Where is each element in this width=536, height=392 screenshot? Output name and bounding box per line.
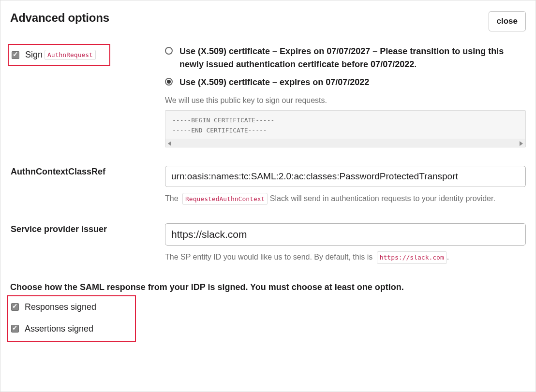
sign-authn-label[interactable]: Sign AuthnRequest — [12, 50, 96, 60]
responses-signed-checkbox[interactable] — [11, 303, 19, 311]
sp-issuer-label: Service provider issuer — [11, 224, 107, 234]
cert-text-1: Use (X.509) certificate – Expires on 07/… — [179, 45, 526, 71]
requested-authn-context-code: RequestedAuthnContext — [182, 193, 268, 205]
authn-context-label: AuthnContextClassRef — [11, 167, 105, 176]
authn-context-input[interactable] — [165, 166, 526, 187]
certificate-content: -----BEGIN CERTIFICATE----- -----END CER… — [165, 111, 525, 139]
cert-radio-1[interactable] — [165, 47, 173, 55]
assertions-signed-checkbox[interactable] — [11, 325, 19, 333]
sign-help-text: We will use this public key to sign our … — [165, 95, 526, 106]
close-button[interactable]: close — [489, 11, 526, 31]
sp-issuer-code: https://slack.com — [377, 251, 447, 264]
assertions-signed-text: Assertions signed — [25, 324, 93, 334]
certificate-scrollbar[interactable] — [165, 139, 525, 147]
sign-authn-highlight: Sign AuthnRequest — [8, 44, 110, 66]
sign-authn-checkbox[interactable] — [12, 51, 19, 59]
signing-highlight: Responses signed Assertions signed — [7, 295, 136, 342]
authn-context-help: The RequestedAuthnContext Slack will sen… — [165, 193, 526, 205]
sign-authn-text: Sign — [25, 50, 43, 60]
responses-signed-text: Responses signed — [25, 302, 96, 312]
page-title: Advanced options — [10, 11, 109, 25]
panel-header: Advanced options close — [10, 11, 526, 31]
assertions-signed-label[interactable]: Assertions signed — [11, 324, 93, 334]
assertions-signed-row: Assertions signed — [11, 324, 96, 334]
cert-option-2: Use (X.509) certificate – expires on 07/… — [165, 76, 526, 89]
authn-request-code: AuthnRequest — [45, 50, 96, 60]
saml-signing-heading: Choose how the SAML response from your I… — [10, 282, 526, 292]
authn-context-row: AuthnContextClassRef The RequestedAuthnC… — [10, 166, 526, 205]
cert-text-2: Use (X.509) certificate – expires on 07/… — [179, 76, 369, 89]
sp-issuer-row: Service provider issuer The SP entity ID… — [10, 223, 526, 264]
responses-signed-label[interactable]: Responses signed — [11, 302, 96, 312]
cert-radio-2[interactable] — [165, 78, 173, 86]
advanced-options-panel: Advanced options close Sign AuthnRequest… — [0, 0, 536, 392]
responses-signed-row: Responses signed — [11, 302, 96, 312]
sign-authn-request-row: Sign AuthnRequest Use (X.509) certificat… — [10, 45, 526, 147]
sp-issuer-help: The SP entity ID you would like us to se… — [165, 251, 526, 264]
cert-option-1: Use (X.509) certificate – Expires on 07/… — [165, 45, 526, 71]
certificate-textarea[interactable]: -----BEGIN CERTIFICATE----- -----END CER… — [165, 110, 526, 147]
sp-issuer-input[interactable] — [165, 223, 526, 246]
